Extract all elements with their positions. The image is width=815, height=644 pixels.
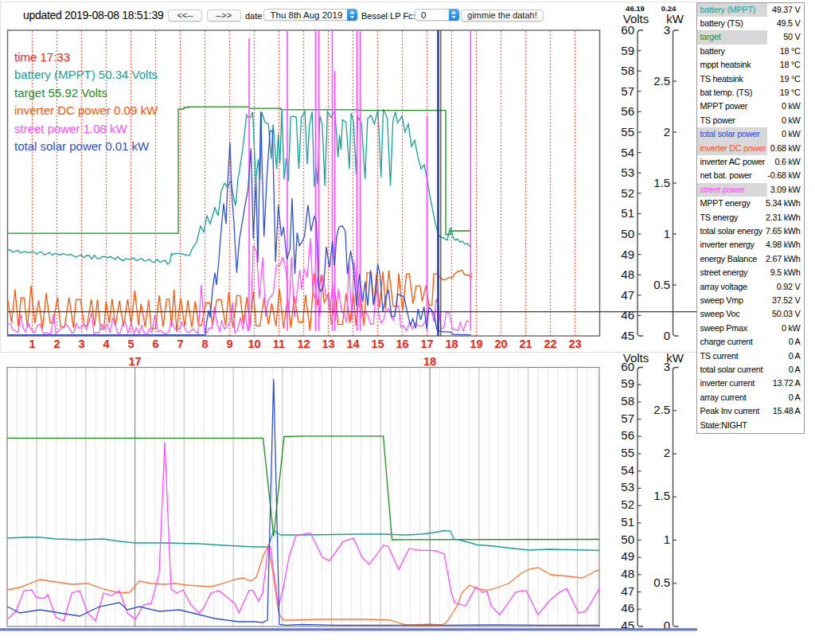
svg-text:0.5: 0.5 <box>653 278 670 291</box>
svg-text:Volts: Volts <box>623 351 649 365</box>
svg-text:1.5: 1.5 <box>653 489 670 502</box>
svg-text:55: 55 <box>621 125 634 139</box>
svg-text:20: 20 <box>494 338 507 350</box>
svg-text:49: 49 <box>621 549 634 563</box>
svg-text:51: 51 <box>621 206 634 220</box>
svg-text:16: 16 <box>396 338 408 350</box>
svg-text:1: 1 <box>664 533 670 546</box>
svg-text:kW: kW <box>666 351 684 365</box>
svg-text:12: 12 <box>297 338 310 350</box>
svg-text:2.5: 2.5 <box>653 74 670 88</box>
svg-text:2: 2 <box>664 446 670 459</box>
svg-text:59: 59 <box>621 377 634 390</box>
svg-text:22: 22 <box>544 338 556 350</box>
svg-text:45: 45 <box>621 329 634 342</box>
svg-text:0.5: 0.5 <box>653 576 670 589</box>
svg-text:2: 2 <box>53 338 60 350</box>
svg-text:19: 19 <box>470 338 482 350</box>
svg-text:3: 3 <box>78 338 84 350</box>
svg-text:10: 10 <box>248 338 260 350</box>
svg-text:50: 50 <box>621 533 634 546</box>
svg-text:2: 2 <box>664 125 670 139</box>
svg-text:23: 23 <box>568 338 581 350</box>
svg-text:kW: kW <box>666 12 684 25</box>
svg-text:51: 51 <box>621 515 634 529</box>
svg-text:5: 5 <box>127 338 134 350</box>
svg-text:53: 53 <box>621 480 634 494</box>
svg-text:47: 47 <box>621 584 634 598</box>
svg-text:46.19: 46.19 <box>626 4 645 13</box>
svg-text:15: 15 <box>371 338 384 350</box>
svg-text:56: 56 <box>621 104 634 118</box>
svg-text:2.5: 2.5 <box>653 403 670 416</box>
svg-text:14: 14 <box>346 338 359 350</box>
svg-text:1: 1 <box>664 227 670 240</box>
svg-text:Volts: Volts <box>623 12 649 25</box>
svg-text:54: 54 <box>621 146 634 159</box>
svg-text:7: 7 <box>177 338 183 350</box>
svg-text:4: 4 <box>103 338 109 350</box>
svg-text:52: 52 <box>621 186 634 200</box>
svg-text:59: 59 <box>621 44 634 57</box>
svg-text:48: 48 <box>621 267 634 281</box>
svg-text:58: 58 <box>621 64 634 77</box>
svg-text:total solar power 0.01 kW: total solar power 0.01 kW <box>14 139 150 153</box>
svg-text:17: 17 <box>128 355 141 368</box>
svg-text:47: 47 <box>621 288 634 302</box>
svg-text:54: 54 <box>621 463 634 477</box>
svg-text:52: 52 <box>621 498 634 511</box>
svg-text:9: 9 <box>226 338 232 350</box>
svg-text:13: 13 <box>322 338 334 350</box>
svg-text:0.24: 0.24 <box>661 4 677 13</box>
svg-text:46: 46 <box>621 601 634 615</box>
svg-text:street power 1.08 kW: street power 1.08 kW <box>14 122 128 135</box>
svg-text:battery (MPPT) 50.34 Volts: battery (MPPT) 50.34 Volts <box>14 68 158 81</box>
svg-text:58: 58 <box>621 394 634 408</box>
svg-text:8: 8 <box>201 338 208 350</box>
svg-text:48: 48 <box>621 567 634 580</box>
svg-text:11: 11 <box>273 338 285 350</box>
svg-text:6: 6 <box>152 338 158 350</box>
svg-text:18: 18 <box>423 355 436 368</box>
svg-text:53: 53 <box>621 166 634 179</box>
svg-text:target 55.92 Volts: target 55.92 Volts <box>14 86 107 100</box>
svg-text:18: 18 <box>445 338 458 350</box>
svg-text:1.5: 1.5 <box>653 176 670 189</box>
svg-text:time 17:33: time 17:33 <box>14 50 70 64</box>
svg-text:21: 21 <box>519 338 532 350</box>
svg-text:50: 50 <box>621 227 634 240</box>
svg-text:17: 17 <box>420 338 433 350</box>
svg-text:57: 57 <box>621 84 634 98</box>
svg-text:1: 1 <box>29 338 35 350</box>
svg-text:inverter DC power 0.09 kW: inverter DC power 0.09 kW <box>14 103 158 117</box>
svg-text:0: 0 <box>664 329 670 342</box>
svg-text:55: 55 <box>621 446 634 459</box>
svg-text:46: 46 <box>621 308 634 322</box>
svg-text:57: 57 <box>621 412 634 425</box>
svg-text:49: 49 <box>621 248 634 261</box>
svg-text:56: 56 <box>621 428 634 442</box>
